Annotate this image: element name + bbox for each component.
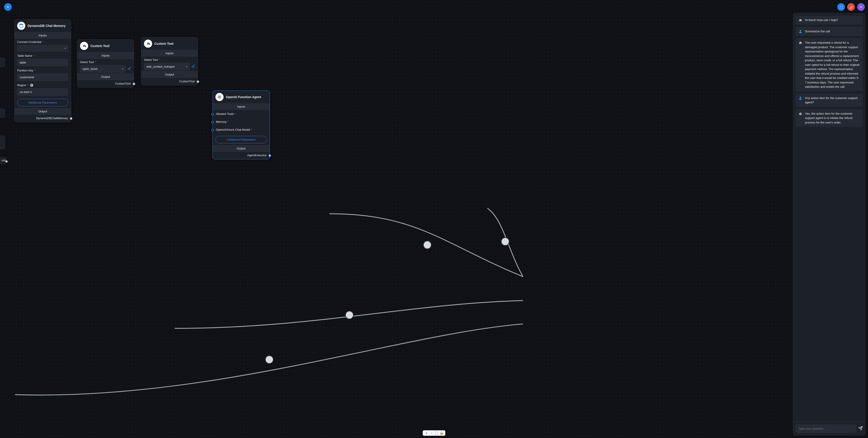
- chat-message-text: Yes, the action item for the customer su…: [805, 112, 860, 125]
- allowed-tools-label: Allowed Tools: [216, 112, 234, 116]
- partition-key-input[interactable]: [17, 74, 68, 81]
- chat-message-bot: The user requested a refund for a damage…: [796, 38, 863, 91]
- chat-input[interactable]: [796, 425, 856, 433]
- zoom-fit-button[interactable]: ⛶: [434, 431, 439, 435]
- openai-icon: [215, 93, 223, 101]
- input-port-chat-model[interactable]: [211, 129, 214, 132]
- user-icon: [798, 29, 803, 34]
- region-input[interactable]: [17, 88, 68, 96]
- zoom-in-button[interactable]: +: [424, 431, 429, 435]
- output-port[interactable]: [269, 154, 271, 157]
- offscreen-output-label: nAI: [2, 159, 6, 162]
- offscreen-node-3: [0, 136, 5, 149]
- output-port[interactable]: [70, 117, 72, 120]
- offscreen-node-1: [0, 58, 5, 67]
- svg-point-9: [800, 30, 801, 31]
- region-label: Region: [17, 84, 26, 87]
- table-name-input[interactable]: [17, 59, 68, 66]
- svg-point-12: [801, 43, 801, 43]
- partition-key-label: Partition Key: [17, 69, 33, 72]
- select-tool-dropdown[interactable]: open_ticket▾: [80, 65, 126, 72]
- input-port-allowed-tools[interactable]: [211, 113, 214, 116]
- svg-rect-10: [799, 42, 802, 44]
- required-marker: *: [227, 120, 228, 123]
- output-port[interactable]: [133, 83, 135, 85]
- chat-model-label: OpenAI/Azure Chat Model: [216, 128, 250, 132]
- select-tool-dropdown[interactable]: add_contact_hubspot▾: [144, 63, 190, 70]
- output-port[interactable]: [197, 80, 199, 83]
- bot-icon: [798, 112, 803, 116]
- input-port-memory[interactable]: [211, 121, 214, 123]
- top-right-toolbar: [837, 3, 865, 11]
- svg-point-7: [800, 20, 800, 21]
- svg-point-4: [20, 24, 23, 25]
- offscreen-node-2: [0, 109, 5, 118]
- chat-message-bot: Hi there! How can I help?: [796, 16, 863, 25]
- wrench-icon: [144, 39, 152, 48]
- inputs-header: Inputs: [213, 103, 270, 110]
- chevron-down-icon: ▾: [122, 68, 123, 70]
- output-port-label: CustomTool: [179, 80, 195, 83]
- zoom-out-button[interactable]: −: [429, 431, 434, 435]
- node-custom-tool-2[interactable]: Custom Tool Inputs Select Tool* add_cont…: [141, 37, 198, 85]
- offscreen-output-port: nAI: [0, 157, 7, 164]
- chat-message-text: The user requested a refund for a damage…: [805, 40, 860, 89]
- chat-message-text: Summarize the call: [805, 29, 830, 34]
- required-marker: *: [95, 61, 96, 64]
- svg-rect-14: [799, 113, 802, 115]
- chat-messages[interactable]: Hi there! How can I help?Summarize the c…: [793, 13, 865, 422]
- required-marker: *: [43, 40, 44, 43]
- edit-icon[interactable]: [191, 64, 195, 69]
- send-button[interactable]: [858, 426, 863, 432]
- close-button[interactable]: [857, 3, 865, 11]
- svg-point-16: [801, 114, 801, 114]
- connect-credential-label: Connect Credential: [17, 40, 41, 43]
- node-title: OpenAI Function Agent: [226, 95, 261, 99]
- node-title: Custom Tool: [90, 44, 110, 48]
- inputs-header: Inputs: [77, 52, 134, 59]
- chat-message-bot: Yes, the action item for the customer su…: [796, 109, 863, 127]
- output-port-label: CustomTool: [115, 82, 131, 85]
- node-dynamodb-memory[interactable]: DynamoDB Chat Memory Inputs Connect Cred…: [14, 19, 71, 122]
- dynamodb-icon: [17, 22, 25, 30]
- svg-point-8: [801, 20, 801, 21]
- required-marker: *: [34, 54, 35, 57]
- add-node-button[interactable]: [4, 3, 12, 11]
- svg-rect-6: [799, 20, 802, 21]
- additional-parameters-button[interactable]: Additional Parameters: [17, 99, 68, 106]
- select-tool-label: Select Tool: [144, 58, 158, 61]
- zoom-controls: + − ⛶ 🔒: [423, 430, 445, 436]
- output-header: Output: [77, 74, 134, 80]
- inputs-header: Inputs: [14, 32, 71, 39]
- chat-message-user: Summarize the call: [796, 27, 863, 36]
- memory-label: Memory: [216, 120, 226, 123]
- node-custom-tool-1[interactable]: Custom Tool Inputs Select Tool* open_tic…: [77, 39, 134, 88]
- chevron-down-icon: ▾: [186, 65, 187, 68]
- connect-credential-select[interactable]: ▾: [17, 45, 68, 52]
- chat-message-text: Hi there! How can I help?: [805, 18, 838, 22]
- additional-parameters-button[interactable]: Additional Parameters: [215, 136, 267, 143]
- chat-message-text: Any action item for the customer support…: [805, 96, 860, 105]
- svg-point-11: [800, 43, 800, 43]
- node-openai-function-agent[interactable]: OpenAI Function Agent Inputs Allowed Too…: [213, 90, 270, 159]
- clear-button[interactable]: [847, 3, 855, 11]
- required-marker: *: [235, 112, 236, 116]
- user-icon: [798, 96, 803, 100]
- bot-icon: [798, 40, 803, 45]
- output-port-label: DynamoDBChatMemory: [36, 116, 68, 120]
- node-title: Custom Tool: [154, 42, 174, 46]
- chat-panel: Hi there! How can I help?Summarize the c…: [793, 13, 865, 435]
- zoom-lock-button[interactable]: 🔒: [439, 431, 444, 435]
- chat-message-user: Any action item for the customer support…: [796, 94, 863, 107]
- required-marker: *: [159, 58, 160, 61]
- inputs-header: Inputs: [141, 50, 198, 57]
- info-icon[interactable]: i: [30, 84, 33, 87]
- svg-point-15: [800, 114, 800, 114]
- required-marker: *: [28, 84, 29, 87]
- edit-icon[interactable]: [127, 67, 131, 71]
- output-header: Output: [213, 145, 270, 152]
- output-header: Output: [14, 108, 71, 115]
- output-header: Output: [141, 71, 198, 78]
- select-tool-label: Select Tool: [80, 61, 94, 64]
- expand-button[interactable]: [837, 3, 845, 11]
